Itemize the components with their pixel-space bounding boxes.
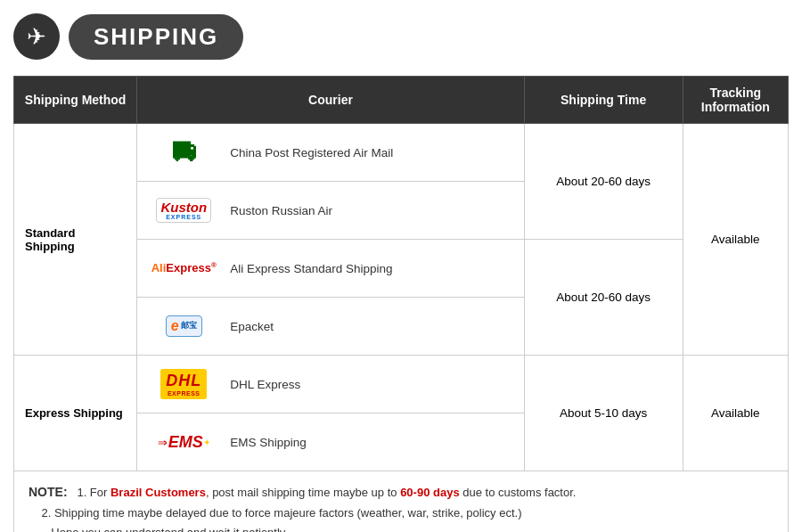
plane-icon: ✈ [13, 13, 60, 60]
ems-main-text: EMS [168, 433, 203, 452]
aliexpress-icon: AliExpress® [151, 261, 217, 274]
chinapost-logo: ⛟ [148, 136, 219, 168]
note-line-3: Hope you can understand and wait it pati… [29, 526, 288, 532]
epacket-label-text: 邮宝 [181, 322, 197, 331]
ems-arrow-icon: ⇒ [158, 436, 168, 449]
courier-row-ems: ⇒ EMS ✦ EMS Shipping [148, 421, 513, 463]
tracking-standard: Available [683, 124, 789, 356]
days-highlight: 60-90 days [400, 486, 460, 499]
dhl-box-inner: DHL EXPRESS [166, 372, 201, 397]
ruston-logo-box: Kuston EXPRESS [156, 198, 211, 223]
courier-row-dhl: DHL EXPRESS DHL Express [148, 363, 513, 405]
ruston-name: Ruston Russian Air [230, 204, 332, 217]
header-time: Shipping Time [524, 77, 683, 124]
ems-star-icon: ✦ [203, 438, 210, 447]
courier-row-chinapost: ⛟ China Post Registered Air Mail [148, 131, 513, 174]
courier-epacket: e 邮宝 Epacket [137, 298, 525, 356]
chinapost-name: China Post Registered Air Mail [230, 146, 393, 160]
ruston-sub-text: EXPRESS [166, 214, 201, 220]
ems-name: EMS Shipping [230, 436, 307, 449]
courier-row-epacket: e 邮宝 Epacket [148, 305, 513, 348]
shipping-table: Shipping Method Courier Shipping Time Tr… [13, 76, 789, 471]
ruston-logo: Kuston EXPRESS [148, 194, 219, 226]
method-express: Express Shipping [14, 356, 137, 471]
header-method: Shipping Method [14, 77, 137, 124]
time-express: About 5-10 days [524, 356, 683, 471]
courier-aliexpress: AliExpress® Ali Express Standard Shippin… [137, 240, 525, 298]
chinapost-icon: ⛟ [171, 138, 196, 168]
courier-chinapost: ⛟ China Post Registered Air Mail [137, 124, 525, 182]
shipping-header: ✈ SHIPPING [13, 13, 789, 60]
epacket-logo: e 邮宝 [148, 310, 219, 342]
shipping-title-pill: SHIPPING [69, 14, 243, 60]
brazil-highlight: Brazil Customers [110, 486, 206, 499]
aliexpress-logo: AliExpress® [148, 252, 219, 284]
header-courier: Courier [137, 77, 525, 124]
dhl-express-label: EXPRESS [166, 390, 201, 397]
plane-unicode-icon: ✈ [27, 23, 46, 51]
note-section: NOTE: 1. For Brazil Customers, post mail… [13, 471, 789, 532]
courier-ruston: Kuston EXPRESS Ruston Russian Air [137, 182, 525, 240]
dhl-name: DHL Express [230, 378, 300, 391]
time-standard-2: About 20-60 days [524, 240, 683, 356]
aliexpress-name: Ali Express Standard Shipping [230, 262, 392, 275]
header-tracking: Tracking Information [683, 77, 789, 124]
epacket-name: Epacket [230, 320, 274, 333]
courier-row-aliexpress: AliExpress® Ali Express Standard Shippin… [148, 247, 513, 290]
epacket-logo-box: e 邮宝 [166, 315, 202, 337]
note-line-1: 1. For Brazil Customers, post mail shipp… [77, 486, 576, 499]
ruston-main-text: Kuston [160, 201, 207, 214]
shipping-title: SHIPPING [94, 23, 218, 51]
courier-ems: ⇒ EMS ✦ EMS Shipping [137, 413, 525, 471]
table-row: Standard Shipping ⛟ China Post Registere… [14, 124, 789, 182]
note-line-2: 2. Shipping time maybe delayed due to fo… [29, 506, 521, 520]
dhl-logo-box: DHL EXPRESS [160, 369, 207, 399]
courier-row-ruston: Kuston EXPRESS Ruston Russian Air [148, 189, 513, 232]
dhl-logo: DHL EXPRESS [148, 368, 219, 400]
courier-dhl: DHL EXPRESS DHL Express [137, 356, 525, 413]
time-standard-1: About 20-60 days [524, 124, 683, 240]
ems-logo-box: ⇒ EMS ✦ [158, 433, 210, 452]
note-label: NOTE: [29, 485, 68, 499]
ems-logo: ⇒ EMS ✦ [148, 426, 219, 458]
dhl-main-text: DHL [166, 372, 201, 389]
epacket-e-letter: e [171, 318, 179, 334]
method-standard: Standard Shipping [14, 124, 137, 356]
tracking-express: Available [683, 356, 789, 471]
table-row: Express Shipping DHL EXPRESS DHL Express… [14, 356, 789, 413]
table-header-row: Shipping Method Courier Shipping Time Tr… [14, 77, 789, 124]
